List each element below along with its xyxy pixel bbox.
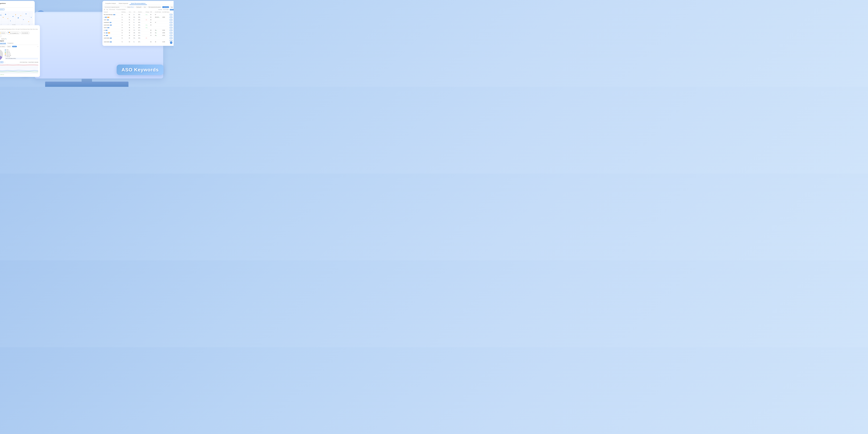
scatter-chart: 100 80 60 40 20 2 4 6 8 10 <box>0 11 33 25</box>
limit-btn-1[interactable]: Limit <box>169 14 173 16</box>
limit-btn-7[interactable]: Limit <box>169 30 173 31</box>
limit-btn-8[interactable]: Limit <box>169 32 173 34</box>
trend-section: Oct 27, 2024-Nov 25, 2024 ✕ + Adc Custom… <box>0 61 38 75</box>
competitor-button[interactable]: As Competitor For <box>7 32 20 34</box>
aso-badge-text: ASO Keywords <box>122 67 159 72</box>
legend-top1: TOP 1 <box>5 49 38 50</box>
limit-btn-5[interactable]: Limit <box>169 24 173 26</box>
legend-dot-top100plus <box>5 56 6 57</box>
generate-label: ✦ Generate MetaDate <box>116 9 126 10</box>
date-range[interactable]: Oct 27, 2024-Nov 25, 2024 <box>0 61 3 63</box>
limit-btn-11[interactable]: Limit <box>169 40 173 41</box>
events-node[interactable]: Events Node (1 selected) <box>28 62 38 63</box>
smart-tabs: Competitor Analysis Market Keywords Smar… <box>104 2 174 5</box>
col-ranking: Ranking ↕ <box>122 11 128 12</box>
col-vol: Vol ↕ <box>133 11 138 12</box>
legend-dot-top610 <box>5 52 6 53</box>
tab-comparison[interactable]: Comparison <box>7 42 13 44</box>
legend-top610: TOP 6-10 <box>5 52 38 53</box>
svg-point-32 <box>26 13 27 14</box>
trend-controls: Oct 27, 2024-Nov 25, 2024 ✕ + Adc Custom… <box>0 61 38 63</box>
col-instpct: Inst.%(30 days) <box>162 11 169 12</box>
legend-top21100: TOP 21-100 <box>5 55 38 56</box>
table-row: twit Ads 2 ▾ 48 30 ● 211 ● 75 42 ▴ 0.57%… <box>104 34 174 37</box>
filter-iphone[interactable]: iPhone <box>12 46 17 47</box>
analysis-chart: 100 80 60 40 20 2 4 6 8 10 <box>0 11 33 25</box>
svg-point-33 <box>28 21 29 22</box>
trend-chart: Total <box>0 64 38 74</box>
col-inst30: Inst.(30 days) <box>155 11 162 12</box>
add-competitor-btn[interactable]: + Add Competitors <box>0 8 4 10</box>
ranking-filter[interactable]: Ranking All <box>135 6 142 8</box>
translate-label: Translate <box>158 9 162 10</box>
connect-button[interactable]: ⚡ Connect <box>0 32 6 34</box>
table-row: xsocial Ads 2 ▾ 46 9 ● 222 ● +2 ▴ Limit <box>104 26 174 29</box>
association-button[interactable]: Association(2) <box>21 32 30 34</box>
country-button[interactable]: 🇺🇸 United States <box>0 35 2 37</box>
pie-highlight: TOP 21-100 30,890 (44.54%) <box>5 58 38 59</box>
from-english-label[interactable]: From English <box>163 9 169 10</box>
card-smart: Competitor Analysis Market Keywords Smar… <box>102 1 174 46</box>
app-info: X Apps/News Apps/Social Networking ★ Fre… <box>0 27 38 31</box>
save-btn[interactable]: Save <box>169 6 174 8</box>
table-row: twt AdsAds 2 ▾ 45 38 ● 212 ● 63 22 ▴ 0.4… <box>104 32 174 34</box>
tab-competitor-analysis[interactable]: Competitor Analysis <box>104 2 117 5</box>
close-filter[interactable]: ✕ <box>37 46 38 47</box>
table-row: social media Ads 2 ▾ 54 54 ● 216 ● -1 ▾ … <box>104 37 174 39</box>
limit-btn-3[interactable]: Limit <box>169 19 173 21</box>
filter-device[interactable]: Device <box>7 45 12 48</box>
table-row: social media Ads 1 ▾ 49 5 ● 224 ● +1 ▴ 3… <box>104 24 174 26</box>
limit-btn-4[interactable]: Limit <box>169 22 173 23</box>
col-con: Con ↕ <box>129 11 133 12</box>
legend-top1120: TOP 11-20 <box>5 54 38 55</box>
col-action <box>169 11 174 12</box>
legend-top100plus: TOP 100+ <box>5 56 38 57</box>
svg-point-29 <box>18 18 19 19</box>
add-explore-row: + Add Competitors Explore 🔍 <box>0 38 38 39</box>
table-row: socialmedia Ads 2 ▾ 51 8 ● 224 ● 64 37 L… <box>104 21 174 24</box>
con-filter[interactable]: Con <box>143 6 147 8</box>
add-custom-event-btn[interactable]: + Adc Custom Event <box>20 62 27 63</box>
keyword-input[interactable] <box>104 6 126 8</box>
svg-point-26 <box>10 21 11 21</box>
add-filter-btn[interactable]: + Add Filter <box>162 6 169 8</box>
table-row: tw Ads 2 ▾ 40 47 ● 217 ● 69 30 ▴ 0.53% L… <box>104 29 174 32</box>
card-analysis: Analysis Suggestions Current Goals ✕ + A… <box>0 1 35 27</box>
export-btn[interactable]: Export <box>170 9 174 10</box>
pie-chart: 38.13% TOP 100+ <box>0 48 3 60</box>
table-row: social Ads 1 ▾ 52 8 ● 219 ● -1 ▾ 50 Limi… <box>104 19 174 21</box>
analysis-title: Analysis Suggestions <box>0 3 33 4</box>
table-header: Keyword Ranking ↕ Con ↕ Vol ↕ Results ↕ … <box>104 11 174 13</box>
legend-dot-top25 <box>5 51 6 52</box>
limit-btn-9[interactable]: Limit <box>169 35 173 36</box>
analysis-toolbar: ✕ + Add Competitors <box>0 8 33 10</box>
aso-badge: ASO Keywords <box>117 65 163 75</box>
filter-search-volume[interactable]: Search Volume <box>0 45 6 48</box>
info-btn[interactable]: + <box>170 41 173 44</box>
tab-market-keywords[interactable]: Market Keywords <box>117 2 129 5</box>
copy-label: Copy <box>106 9 108 10</box>
card-x-app: ✕ X Apps/News Apps/Social Networking ★ F… <box>0 25 40 77</box>
limit-btn-6[interactable]: Limit <box>169 27 173 28</box>
filter-row: Ranking Search Volume Device iPhone ✕ <box>0 45 38 48</box>
col-results: Results ↕ <box>138 11 145 12</box>
filter-keywords-symbols[interactable]: Filter keywords with symbols <box>147 6 162 8</box>
competitor-icons <box>8 33 10 34</box>
app-header-row: ✕ X Apps/News Apps/Social Networking ★ F… <box>0 27 38 31</box>
command-label: ⌘ Command <box>110 9 115 10</box>
pie-legend: TOP 1 TOP 2-5 TOP 6-10 TOP 11-20 TOP 21-… <box>5 49 38 59</box>
tab-smart-recommendations[interactable]: Smart Recommendations <box>129 2 147 5</box>
svg-point-27 <box>13 16 13 17</box>
tab-historical-trend[interactable]: Historical Trend <box>0 42 6 44</box>
svg-point-28 <box>15 14 16 15</box>
monitor-base <box>45 82 128 87</box>
col-diff: Diff <box>150 11 155 12</box>
analysis-subtabs: Overview Historical Trend Comparison <box>0 42 38 45</box>
app-meta: Apps/News Apps/Social Networking ★ Free … <box>0 29 38 31</box>
col-keyword: Keyword <box>104 11 121 12</box>
legend-dot-top21100 <box>5 55 6 56</box>
limit-btn-10[interactable]: Limit <box>169 37 173 39</box>
limit-btn-2[interactable]: Limit <box>169 17 173 18</box>
close-date[interactable]: ✕ <box>4 62 5 63</box>
device-filter[interactable]: Device iPhone <box>126 6 134 8</box>
